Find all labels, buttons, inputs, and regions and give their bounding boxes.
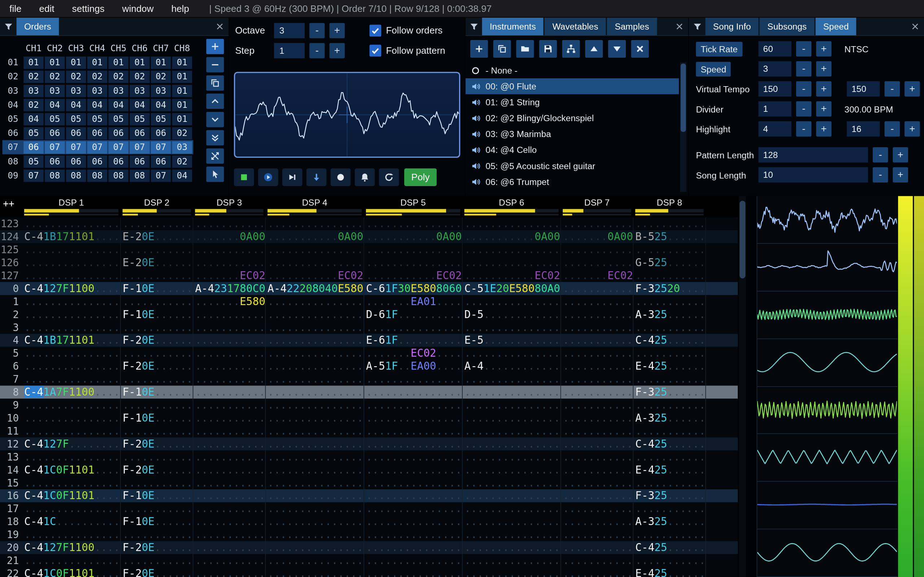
volume-field[interactable]: .. (496, 256, 509, 268)
instrument-field[interactable]: .. (582, 295, 594, 307)
channel-header[interactable]: DSP 1 (23, 196, 121, 218)
pattern-cell[interactable]: ...........EC02 (364, 269, 463, 282)
volume-field[interactable]: 20 (667, 282, 680, 294)
note-field[interactable]: ... (366, 243, 385, 255)
channel-header[interactable]: DSP 4 (266, 196, 364, 218)
effect-field[interactable]: .... (535, 372, 560, 385)
instrument-field[interactable]: .. (385, 515, 398, 528)
instrument-field[interactable]: 0E (142, 256, 155, 268)
pattern-cell[interactable]: ............... (364, 489, 463, 502)
instrument-field[interactable]: .. (142, 450, 155, 463)
volume-field[interactable]: .. (398, 308, 410, 320)
repeat-pattern-button[interactable] (379, 168, 399, 186)
volume-field[interactable]: .. (300, 217, 312, 229)
effect-field[interactable]: .... (411, 398, 436, 411)
note-field[interactable]: ... (195, 567, 214, 577)
note-field[interactable]: A-3 (635, 308, 654, 320)
pattern-cell[interactable]: ............... (23, 347, 121, 360)
effect-field[interactable]: .... (411, 502, 436, 515)
note-field[interactable]: ... (366, 450, 385, 463)
instrument-field[interactable]: .. (484, 424, 496, 437)
effect-field[interactable]: .... (680, 476, 706, 488)
effect-field[interactable]: .... (509, 334, 535, 346)
pattern-cell[interactable]: C-41C.......... (23, 515, 121, 528)
pattern-cell[interactable]: .......0A00 (194, 230, 266, 243)
instrument-field[interactable]: .. (484, 230, 496, 242)
instrument-field[interactable]: .. (287, 528, 299, 540)
effect-field[interactable]: .... (509, 411, 535, 424)
note-field[interactable]: ... (195, 437, 214, 450)
note-field[interactable]: ... (465, 372, 484, 385)
volume-field[interactable]: .. (398, 230, 410, 242)
volume-field[interactable]: .. (227, 515, 240, 528)
volume-field[interactable]: .. (56, 243, 69, 255)
instrument-field[interactable]: 1B (43, 334, 56, 346)
volume-field[interactable]: .. (595, 541, 607, 553)
pattern-cell[interactable]: ............... (23, 308, 121, 321)
effect-field[interactable]: .... (680, 398, 706, 411)
instrument-field[interactable]: .. (287, 243, 299, 255)
effect-field[interactable]: .... (240, 385, 265, 398)
volume-field[interactable]: .. (595, 437, 607, 450)
volume-field[interactable]: .. (155, 554, 167, 566)
pattern-cell[interactable]: ........... (194, 567, 266, 577)
move-instrument-up-button[interactable] (585, 40, 603, 58)
instrument-field[interactable]: .. (214, 243, 227, 255)
volume-field[interactable]: .. (56, 256, 69, 268)
volume-field[interactable]: .. (595, 230, 607, 242)
note-field[interactable]: ... (635, 502, 654, 515)
note-field[interactable]: ... (267, 502, 287, 515)
note-field[interactable]: ... (195, 295, 214, 307)
pattern-cell[interactable]: ...........0A00 (463, 230, 561, 243)
effect-field[interactable]: .... (509, 463, 535, 475)
delete-instrument-button[interactable] (631, 40, 649, 58)
effect-field[interactable]: .... (607, 567, 633, 577)
instrument-field[interactable]: 25 (654, 489, 667, 501)
effect-field[interactable]: .... (509, 541, 535, 553)
effect-field[interactable]: .... (240, 360, 265, 372)
pattern-cell[interactable]: B-525...... (633, 230, 706, 243)
effect-field[interactable]: .... (680, 541, 706, 553)
tab-speed[interactable]: Speed (815, 18, 856, 35)
instrument-field[interactable]: .. (582, 334, 594, 346)
volume-field[interactable]: .. (595, 269, 607, 281)
note-field[interactable]: ... (24, 243, 43, 255)
window-menu-funnel-icon[interactable] (465, 18, 482, 35)
instrument-item[interactable]: 04: @4 Cello (465, 142, 679, 158)
note-field[interactable]: ... (563, 243, 582, 255)
volume-field[interactable]: 7F (56, 385, 69, 398)
note-field[interactable]: ... (563, 515, 582, 528)
note-field[interactable]: C-4 (635, 334, 654, 346)
effect-field[interactable]: .... (167, 230, 193, 242)
instrument-field[interactable]: .. (43, 450, 56, 463)
instrument-field[interactable]: 23 (214, 282, 227, 294)
effect-field[interactable]: .... (509, 424, 535, 437)
instrument-field[interactable]: .. (582, 554, 594, 566)
instrument-field[interactable]: .. (43, 217, 56, 229)
volume-field[interactable]: .. (155, 243, 167, 255)
pattern-cell[interactable]: ........... (561, 463, 633, 476)
volume-field[interactable]: .. (595, 424, 607, 437)
effect-field[interactable]: .... (95, 398, 120, 411)
play-button[interactable] (258, 168, 278, 186)
note-field[interactable]: C-4 (24, 230, 43, 242)
effect-field[interactable]: .... (436, 217, 462, 229)
effect-field[interactable]: .... (535, 567, 560, 577)
effect-field[interactable]: .... (312, 567, 338, 577)
pattern-cell[interactable]: E-425...... (633, 567, 706, 577)
effect-field[interactable]: 1100 (69, 385, 95, 398)
effect-field[interactable]: EC02 (607, 269, 633, 281)
note-field[interactable]: ... (123, 554, 142, 566)
instrument-field[interactable]: .. (484, 269, 496, 281)
effect-field[interactable]: .... (411, 554, 436, 566)
pattern-cell[interactable]: ............... (463, 385, 561, 398)
volume-field[interactable]: .. (227, 360, 240, 372)
pattern-cell[interactable]: ........... (633, 243, 706, 256)
note-field[interactable]: ... (267, 295, 287, 307)
pattern-cell[interactable]: F-20E...... (121, 541, 194, 554)
note-field[interactable]: ... (267, 360, 287, 372)
effect-field[interactable]: .... (240, 528, 265, 540)
note-field[interactable]: ... (465, 230, 484, 242)
effect-field[interactable]: .... (607, 541, 633, 553)
effect-field[interactable]: .... (607, 502, 633, 515)
